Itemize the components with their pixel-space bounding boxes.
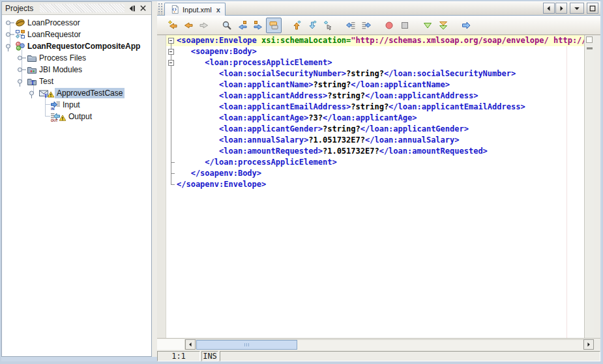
tree-expand-handle-icon[interactable] <box>5 18 15 28</box>
test-folder-icon: T <box>27 76 37 87</box>
folder-icon <box>27 53 37 63</box>
code-line-3[interactable]: <loan:processApplicElement> <box>166 57 584 68</box>
code-line-text: <loan:annualSalary>?1.051732E7?</loan:an… <box>177 135 460 146</box>
projects-panel: Projects LoanProcessorLoanRequestorLoanR… <box>1 1 152 357</box>
check-xml-button[interactable] <box>435 18 451 33</box>
code-line-14[interactable]: </soapenv:Envelope> <box>166 179 584 190</box>
code-area: <soapenv:Envelope xsi:schemaLocation="ht… <box>157 35 600 338</box>
code-fold-toggle-icon[interactable] <box>166 46 177 57</box>
tab-list-dropdown-button[interactable] <box>570 3 584 14</box>
tree-expand-handle-icon[interactable] <box>16 64 27 75</box>
run-button[interactable] <box>458 18 474 33</box>
code-fold-toggle-icon[interactable] <box>166 57 177 68</box>
scroll-right-button[interactable] <box>583 339 594 350</box>
tab-input-xml[interactable]: Input.xml x <box>164 3 226 16</box>
code-line-text: <loan:applicantAddress>?string?</loan:ap… <box>177 91 478 102</box>
tree-item-loanrequestor[interactable]: LoanRequestor <box>2 29 151 40</box>
tree-collapse-handle-icon[interactable] <box>28 88 38 98</box>
code-fold-line <box>166 179 177 190</box>
code-line-text: <loan:applicantName>?string?</loan:appli… <box>177 79 450 91</box>
code-line-12[interactable]: </loan:processApplicElement> <box>166 157 584 168</box>
tree-item-label: LoanRequestor <box>25 29 83 40</box>
code-line-4[interactable]: <loan:socialSecurityNumber>?string?</loa… <box>166 68 584 79</box>
tree-item-jbi-modules[interactable]: JBI Modules <box>2 64 151 76</box>
toggle-highlight-button[interactable] <box>266 18 282 33</box>
close-panel-icon[interactable] <box>138 3 148 14</box>
code-line-text: <loan:applicantEmailAddress>?string?</lo… <box>177 102 525 113</box>
next-occurrence-button[interactable] <box>250 18 266 33</box>
code-line-13[interactable]: </soapenv:Body> <box>166 168 584 179</box>
tree-item-label: ApprovedTestCase <box>55 88 125 98</box>
tree-indent-spacer <box>40 111 50 122</box>
tree-item-label: JBI Modules <box>37 64 84 75</box>
navigate-forward-button[interactable] <box>196 18 212 33</box>
code-lines[interactable]: <soapenv:Envelope xsi:schemaLocation="ht… <box>166 35 584 338</box>
move-down-button[interactable] <box>304 18 320 33</box>
tree-item-test[interactable]: TTest <box>2 76 151 87</box>
toolbar-separator <box>282 18 289 33</box>
code-line-9[interactable]: <loan:applicantGender>?string?</loan:app… <box>166 124 584 135</box>
maximize-window-button[interactable] <box>587 3 598 14</box>
jump-to-last-edit-button[interactable] <box>165 18 181 33</box>
code-line-6[interactable]: <loan:applicantAddress>?string?</loan:ap… <box>166 91 584 102</box>
shift-left-button[interactable] <box>343 18 359 33</box>
code-line-11[interactable]: <loan:amountRequested>?1.051732E7?</loan… <box>166 146 584 157</box>
previous-occurrence-button[interactable] <box>235 18 250 33</box>
tree-item-process-files[interactable]: Process Files <box>2 52 151 64</box>
code-line-10[interactable]: <loan:annualSalary>?1.051732E7?</loan:an… <box>166 135 584 146</box>
shift-right-button[interactable] <box>359 18 374 33</box>
move-up-button[interactable] <box>289 18 304 33</box>
bpel-project-icon <box>15 18 25 28</box>
error-stripe-status-box <box>586 36 593 43</box>
svg-text:T: T <box>31 79 35 86</box>
tree-collapse-handle-icon[interactable] <box>16 76 27 87</box>
code-fold-line <box>166 68 177 79</box>
jbi-modules-folder-icon <box>27 64 37 75</box>
tree-item-output[interactable]: OUTOutput <box>2 111 151 122</box>
tab-close-icon[interactable]: x <box>216 6 220 14</box>
project-tree: LoanProcessorLoanRequestorLoanRequestorC… <box>2 15 151 356</box>
tree-item-label: Process Files <box>37 53 88 63</box>
find-button[interactable] <box>219 18 235 33</box>
record-macro-button[interactable] <box>381 18 397 33</box>
code-line-8[interactable]: <loan:applicantAge>?3?</loan:applicantAg… <box>166 113 584 124</box>
tree-expand-handle-icon[interactable] <box>5 29 15 40</box>
scrollbar-track[interactable] <box>196 339 583 350</box>
code-line-5[interactable]: <loan:applicantName>?string?</loan:appli… <box>166 79 584 91</box>
minimize-window-icon[interactable] <box>127 3 138 14</box>
code-line-1[interactable]: <soapenv:Envelope xsi:schemaLocation="ht… <box>166 35 584 46</box>
tab-bar-grip[interactable] <box>158 3 164 14</box>
code-line-text: <loan:applicantAge>?3?</loan:applicantAg… <box>177 113 417 124</box>
tree-item-approvedtestcase[interactable]: TApprovedTestCase <box>2 87 151 99</box>
code-line-text: </soapenv:Envelope> <box>177 179 266 190</box>
tree-expand-handle-icon[interactable] <box>16 53 27 63</box>
scrollbar-thumb[interactable] <box>196 340 297 350</box>
navigate-back-button[interactable] <box>181 18 196 33</box>
panel-splitter[interactable] <box>152 1 157 357</box>
scroll-tabs-right-button[interactable] <box>555 3 567 14</box>
scroll-tabs-left-button[interactable] <box>543 3 555 14</box>
code-line-text: <soapenv:Envelope xsi:schemaLocation="ht… <box>177 35 584 46</box>
stop-macro-button[interactable] <box>397 18 413 33</box>
code-line-text: <soapenv:Body> <box>177 46 257 57</box>
code-line-text: <loan:applicantGender>?string?</loan:app… <box>177 124 469 135</box>
toolbar-separator <box>374 18 381 33</box>
validate-xml-button[interactable] <box>420 18 435 33</box>
tree-indent-spacer <box>40 100 50 110</box>
tree-item-loanprocessor[interactable]: LoanProcessor <box>2 17 151 29</box>
toolbar-separator <box>413 18 420 33</box>
error-stripe-mark[interactable] <box>587 48 593 49</box>
tree-collapse-handle-icon[interactable] <box>5 41 15 51</box>
select-element-button[interactable] <box>320 18 336 33</box>
svg-text:OUT: OUT <box>51 119 58 122</box>
tree-item-input[interactable]: INInput <box>2 99 151 111</box>
code-line-7[interactable]: <loan:applicantEmailAddress>?string?</lo… <box>166 102 584 113</box>
tree-item-label: Test <box>37 76 55 87</box>
code-fold-toggle-icon[interactable] <box>166 35 177 46</box>
code-line-text: <loan:socialSecurityNumber>?string?</loa… <box>177 68 516 79</box>
tab-label: Input.xml <box>183 6 212 14</box>
tree-item-loanrequestorcompositeapp[interactable]: LoanRequestorCompositeApp <box>2 40 151 52</box>
scroll-left-button[interactable] <box>185 339 196 350</box>
code-line-2[interactable]: <soapenv:Body> <box>166 46 584 57</box>
tab-bar-controls <box>543 3 598 14</box>
